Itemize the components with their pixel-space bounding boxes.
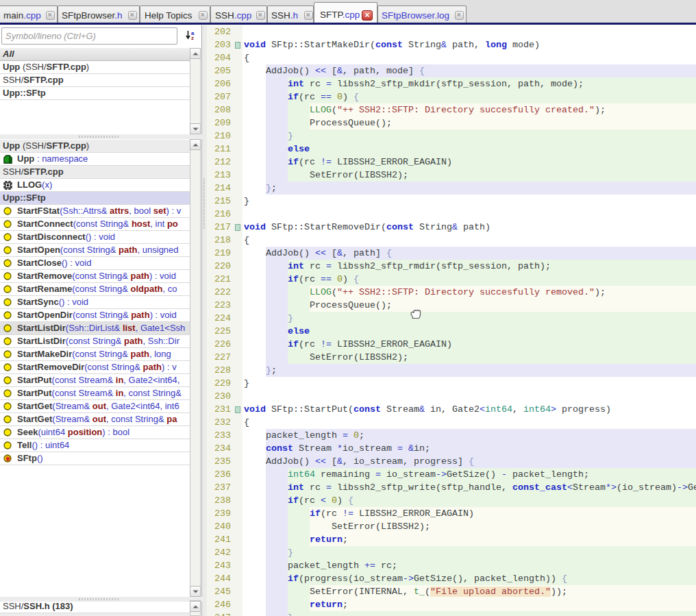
svg-text:z: z — [191, 35, 194, 40]
